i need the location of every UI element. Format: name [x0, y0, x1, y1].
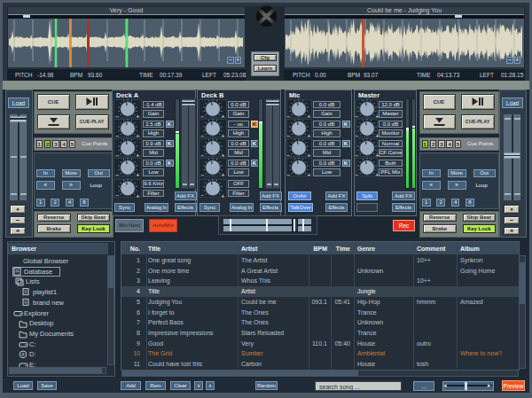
svg-text:+: + [222, 152, 225, 159]
svg-text:−: − [356, 113, 359, 120]
svg-text:+: + [222, 113, 225, 120]
svg-text:−: − [287, 152, 291, 159]
svg-text:+: + [222, 193, 225, 199]
svg-text:−: − [287, 133, 291, 139]
svg-text:−: − [201, 133, 205, 139]
svg-text:+: + [137, 133, 140, 139]
svg-text:+: + [137, 113, 140, 120]
svg-text:+: + [308, 172, 311, 178]
svg-text:+: + [376, 133, 379, 139]
svg-text:−: − [356, 172, 359, 178]
svg-text:−: − [201, 152, 205, 159]
svg-text:+: + [376, 152, 379, 159]
svg-text:+: + [376, 172, 379, 178]
svg-text:−: − [287, 113, 291, 120]
svg-text:+: + [222, 133, 225, 139]
svg-text:−: − [201, 192, 205, 199]
svg-text:−: − [201, 113, 205, 120]
svg-text:+: + [308, 152, 311, 159]
svg-text:+: + [137, 193, 140, 199]
svg-text:+: + [137, 152, 140, 159]
svg-text:+: + [222, 172, 225, 178]
svg-text:+: + [376, 113, 379, 120]
svg-text:+: + [308, 113, 311, 120]
svg-text:−: − [201, 172, 205, 178]
svg-text:+: + [137, 172, 140, 178]
svg-text:−: − [356, 133, 359, 139]
svg-text:−: − [356, 152, 359, 159]
svg-text:+: + [308, 133, 311, 139]
svg-text:−: − [287, 172, 291, 178]
